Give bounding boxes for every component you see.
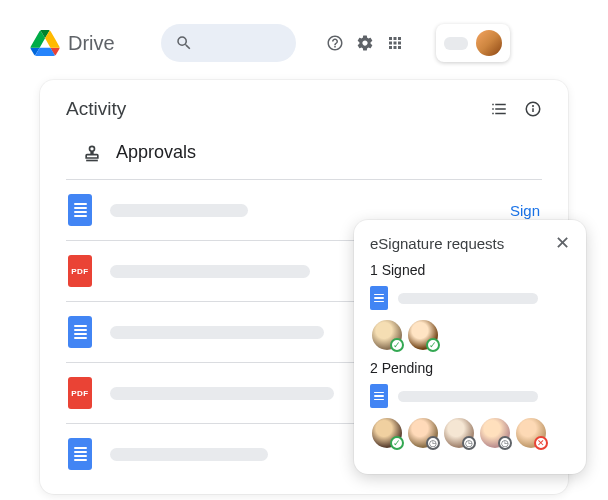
settings-icon[interactable] — [356, 34, 374, 52]
signer-avatar[interactable]: ◷ — [408, 418, 438, 448]
activity-title: Activity — [66, 98, 126, 120]
pending-status-label: 2 Pending — [370, 360, 570, 376]
close-icon[interactable]: ✕ — [555, 234, 570, 252]
status-check-icon: ✓ — [390, 436, 404, 450]
approvals-stamp-icon — [82, 143, 102, 163]
apps-icon[interactable] — [386, 34, 404, 52]
status-check-icon: ✓ — [426, 338, 440, 352]
status-x-icon: ✕ — [534, 436, 548, 450]
status-clock-icon: ◷ — [426, 436, 440, 450]
docs-icon — [370, 384, 388, 408]
signer-avatar[interactable]: ✓ — [408, 320, 438, 350]
esign-title: eSignature requests — [370, 235, 504, 252]
esignature-panel: eSignature requests ✕ 1 Signed ✓✓ 2 Pend… — [354, 220, 586, 474]
docs-icon — [68, 438, 92, 470]
svg-point-3 — [90, 146, 95, 151]
user-avatar — [476, 30, 502, 56]
signer-avatar[interactable]: ✓ — [372, 320, 402, 350]
filename-placeholder — [110, 326, 324, 339]
status-clock-icon: ◷ — [498, 436, 512, 450]
list-view-icon[interactable] — [490, 100, 508, 118]
signed-file-row[interactable] — [370, 286, 570, 310]
chip-placeholder — [444, 37, 468, 50]
status-check-icon: ✓ — [390, 338, 404, 352]
filename-placeholder — [398, 391, 538, 402]
drive-logo-area[interactable]: Drive — [30, 30, 115, 56]
signer-avatar[interactable]: ◷ — [444, 418, 474, 448]
signer-avatar[interactable]: ◷ — [480, 418, 510, 448]
signed-status-label: 1 Signed — [370, 262, 570, 278]
filename-placeholder — [110, 448, 268, 461]
status-clock-icon: ◷ — [462, 436, 476, 450]
filename-placeholder — [110, 387, 334, 400]
pending-file-row[interactable] — [370, 384, 570, 408]
sign-link[interactable]: Sign — [510, 202, 540, 219]
app-name: Drive — [68, 32, 115, 55]
docs-icon — [68, 316, 92, 348]
search-icon — [175, 34, 193, 52]
pdf-icon: PDF — [68, 255, 92, 287]
info-icon[interactable] — [524, 100, 542, 118]
pdf-icon: PDF — [68, 377, 92, 409]
filename-placeholder — [110, 204, 248, 217]
filename-placeholder — [110, 265, 310, 278]
svg-point-2 — [533, 106, 534, 107]
account-chip[interactable] — [436, 24, 510, 62]
filename-placeholder — [398, 293, 538, 304]
search-input[interactable] — [161, 24, 296, 62]
help-icon[interactable] — [326, 34, 344, 52]
signer-avatar[interactable]: ✓ — [372, 418, 402, 448]
docs-icon — [68, 194, 92, 226]
signer-avatar[interactable]: ✕ — [516, 418, 546, 448]
approvals-label: Approvals — [116, 142, 196, 163]
docs-icon — [370, 286, 388, 310]
drive-logo-icon — [30, 30, 60, 56]
